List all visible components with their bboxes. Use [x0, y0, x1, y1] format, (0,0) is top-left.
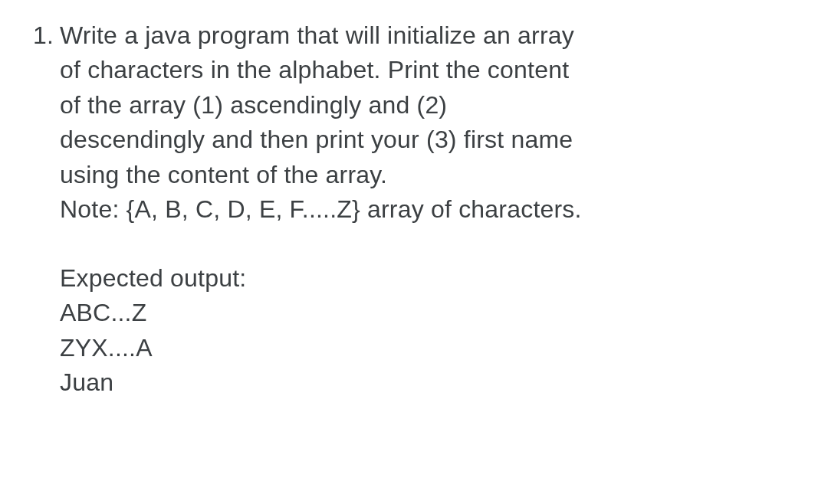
prompt-line: descendingly and then print your (3) fir…: [60, 123, 805, 157]
expected-output-line: Juan: [60, 365, 805, 400]
prompt-line: of the array (1) ascendingly and (2): [60, 88, 805, 123]
prompt-line: using the content of the array.: [60, 158, 805, 192]
prompt-line: Write a java program that will initializ…: [60, 18, 805, 53]
expected-output-line: ABC...Z: [60, 296, 805, 330]
note-line: Note: {A, B, C, D, E, F.....Z} array of …: [60, 192, 805, 227]
prompt-line: of characters in the alphabet. Print the…: [60, 53, 805, 87]
expected-output-line: ZYX....A: [60, 331, 805, 365]
question-block: 1. Write a java program that will initia…: [18, 18, 805, 400]
expected-output-label: Expected output:: [60, 261, 805, 296]
question-number: 1.: [18, 18, 54, 400]
section-gap: [60, 227, 805, 261]
question-content: Write a java program that will initializ…: [60, 18, 805, 400]
